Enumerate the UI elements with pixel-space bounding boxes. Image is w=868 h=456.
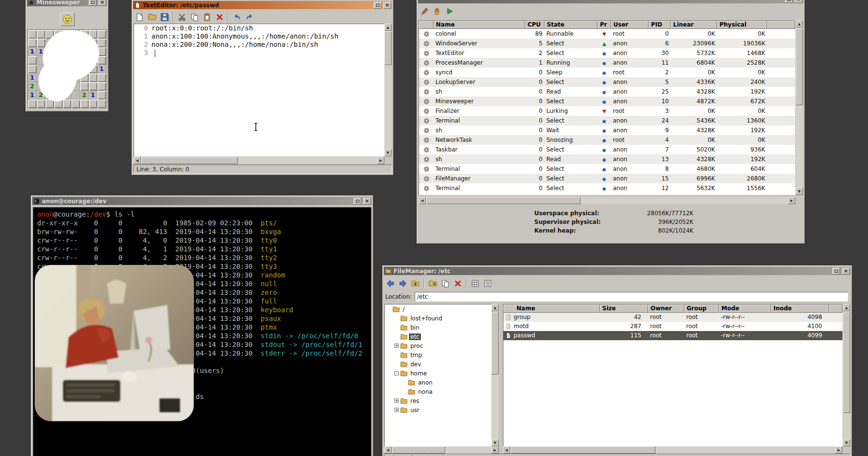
scroll-up-icon[interactable]: ▲ (384, 24, 392, 31)
scroll-thumb[interactable] (843, 312, 850, 413)
process-row[interactable]: Finalizer 0 Lurking ▼ root 3 0K 0K (419, 106, 795, 116)
scroll-thumb[interactable] (392, 446, 445, 454)
file-row[interactable]: group 42 root root -rw-r--r-- 4098 (503, 313, 842, 322)
scroll-thumb[interactable] (491, 312, 499, 374)
scroll-track[interactable] (796, 28, 803, 188)
copy-icon[interactable] (439, 277, 451, 289)
column-header[interactable]: Name (434, 21, 525, 29)
minesweeper-cell[interactable] (97, 30, 106, 39)
texteditor-titlebar[interactable]: TextEditor: /etc/passwd × (133, 1, 392, 9)
cut-icon[interactable] (176, 11, 188, 23)
texteditor-horizontal-scrollbar[interactable]: ◀ ▶ (134, 157, 384, 164)
file-row[interactable]: passwd 115 root root -rw-r--r-- 4099 (503, 331, 842, 340)
scroll-track[interactable] (392, 446, 491, 454)
tree-item[interactable]: + res (385, 396, 491, 405)
scroll-right-icon[interactable]: ▶ (835, 446, 842, 454)
minesweeper-cell[interactable] (28, 65, 37, 73)
process-row[interactable]: TextEditor 2 Select ● anon 30 5732K 1468… (419, 48, 795, 58)
close-icon[interactable]: × (795, 0, 802, 3)
minesweeper-cell[interactable]: 2 (28, 82, 37, 91)
scroll-left-icon[interactable]: ◀ (134, 157, 141, 164)
process-row[interactable]: LookupServer 0 Select ● anon 5 4336K 240… (419, 77, 795, 87)
minesweeper-cell[interactable] (71, 99, 80, 108)
location-input[interactable] (415, 292, 848, 302)
minesweeper-cell[interactable] (97, 91, 106, 99)
file-row[interactable]: motd 287 root root -rw-r--r-- 4100 (503, 322, 842, 331)
stop-process-icon[interactable] (431, 5, 443, 17)
process-row[interactable]: syncd 0 Sleep ● root 2 0K 0K (419, 68, 795, 77)
close-icon[interactable]: × (842, 268, 850, 275)
process-row[interactable]: colonel 89 Runnable ▼ root 0 0K 0K (419, 29, 795, 39)
scroll-thumb[interactable] (511, 446, 655, 454)
minesweeper-cell[interactable] (97, 82, 106, 91)
scroll-thumb[interactable] (384, 31, 392, 65)
column-header[interactable]: PID (649, 21, 671, 29)
minesweeper-cell[interactable] (97, 73, 106, 82)
scroll-left-icon[interactable]: ◀ (503, 446, 510, 454)
minesweeper-cell[interactable] (97, 99, 106, 108)
tree-item[interactable]: bin (385, 323, 491, 332)
redo-icon[interactable] (244, 11, 255, 23)
scroll-up-icon[interactable]: ▲ (491, 304, 499, 311)
scroll-right-icon[interactable]: ▶ (377, 157, 384, 164)
minesweeper-cell[interactable] (97, 39, 106, 47)
maximize-button[interactable] (374, 2, 381, 9)
scroll-track[interactable] (491, 311, 499, 439)
desktop[interactable]: Minesweeper × 1111121221 TextEditor: /et… (0, 0, 868, 456)
minesweeper-cell[interactable] (80, 82, 89, 91)
maximize-button[interactable] (832, 268, 840, 275)
minesweeper-cell[interactable] (37, 30, 45, 39)
scroll-right-icon[interactable]: ▶ (788, 197, 795, 204)
process-row[interactable]: sh 0 Wait ● anon 9 4328K 192K (419, 125, 795, 135)
scroll-track[interactable] (843, 311, 850, 439)
minesweeper-cell[interactable] (63, 99, 71, 108)
texteditor-vertical-scrollbar[interactable]: ▲ ▼ (384, 24, 392, 156)
column-header[interactable]: Physical (717, 21, 767, 29)
process-row[interactable]: Terminal 0 Select ● anon 8 4680K 604K (419, 164, 795, 174)
scroll-thumb[interactable] (426, 197, 581, 204)
column-header[interactable]: Name (503, 304, 600, 313)
table-view-icon[interactable] (469, 277, 481, 289)
tree-item[interactable]: dev (385, 359, 491, 369)
pane-splitter[interactable] (499, 304, 503, 454)
paste-icon[interactable] (201, 11, 213, 23)
column-header[interactable]: CPU (525, 21, 544, 29)
continue-process-icon[interactable] (444, 5, 455, 17)
minesweeper-cell[interactable]: 1 (28, 73, 37, 82)
close-icon[interactable]: × (383, 2, 391, 9)
maximize-button[interactable] (353, 198, 361, 205)
minesweeper-cell[interactable]: 1 (89, 91, 97, 99)
tree-expander[interactable]: - (394, 371, 399, 375)
process-row[interactable]: ProcessManager 1 Running ● anon 11 6804K… (419, 58, 795, 68)
maximize-button[interactable] (89, 0, 96, 6)
copy-icon[interactable] (189, 11, 200, 23)
forward-icon[interactable] (397, 277, 408, 289)
column-header-blank[interactable] (419, 21, 434, 29)
column-header[interactable]: State (544, 21, 597, 29)
minesweeper-cell[interactable] (89, 82, 97, 91)
tree-expander[interactable]: + (394, 399, 399, 403)
minesweeper-cell[interactable] (28, 56, 37, 65)
tree-item[interactable]: - home (385, 369, 491, 378)
new-directory-icon[interactable] (427, 277, 438, 289)
scroll-up-icon[interactable]: ▲ (796, 20, 803, 28)
column-header[interactable]: Linear (671, 21, 717, 29)
close-icon[interactable]: × (98, 0, 106, 6)
column-header[interactable]: Size (600, 304, 648, 313)
minesweeper-cell[interactable] (89, 99, 97, 108)
tree-expander[interactable]: + (394, 408, 399, 412)
scroll-up-icon[interactable]: ▲ (843, 304, 850, 311)
scroll-left-icon[interactable]: ◀ (384, 446, 392, 454)
terminal-titlebar[interactable]: anon@courage:/dev × (32, 197, 372, 205)
scroll-down-icon[interactable]: ▼ (796, 188, 803, 195)
minesweeper-cell[interactable]: 2 (80, 91, 89, 99)
tree-item[interactable]: nona (385, 387, 491, 396)
minesweeper-cell[interactable] (89, 73, 97, 82)
undo-icon[interactable] (231, 11, 243, 23)
process-manager-titlebar[interactable]: × (418, 0, 803, 3)
tree-item[interactable]: lost+found (385, 314, 491, 323)
list-view-icon[interactable] (482, 277, 493, 289)
scroll-track[interactable] (141, 157, 377, 164)
tree-item[interactable]: / (385, 304, 491, 314)
minesweeper-cell[interactable] (28, 99, 37, 108)
